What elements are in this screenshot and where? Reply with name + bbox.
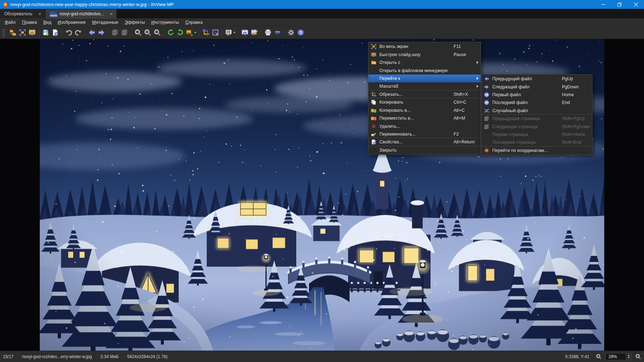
toolbar-separator	[284, 29, 285, 37]
menu-item-shortcut: Home	[562, 92, 574, 97]
toolbar-button-view[interactable]	[27, 28, 37, 38]
zoom-stepper[interactable]	[626, 353, 631, 360]
dropdown-caret-icon	[194, 32, 196, 33]
menu-item-open-file-manager[interactable]: Открыть в файловом менеджере	[368, 66, 481, 74]
close-button[interactable]	[628, 0, 644, 9]
print-icon	[264, 29, 272, 36]
toolbar-separator	[261, 29, 261, 37]
toolbar-button-browser[interactable]	[8, 28, 18, 38]
svg-text:i: i	[56, 32, 56, 36]
statusbar-zoom-out-button[interactable]	[596, 353, 602, 360]
menu-item-rename[interactable]: Переименовать... F2	[368, 130, 481, 138]
submenu-item-next-file[interactable]: Следующий файл PgDown	[481, 83, 592, 90]
svg-text:?: ?	[299, 31, 302, 35]
toolbar-button-save[interactable]	[41, 28, 50, 38]
settings-icon	[287, 29, 295, 36]
toolbar-button-resize[interactable]	[211, 28, 220, 38]
menu-item-slideshow[interactable]: Быстрое слайд-шоу Pause	[368, 50, 481, 58]
menu-item-move-to[interactable]: Переместить в... Alt+M	[368, 114, 481, 122]
menubar-item-help[interactable]: Справка	[182, 19, 206, 26]
submenu-item-next-page[interactable]: Следующая страница Shift+PgDown	[481, 122, 592, 130]
tab-image-label: novyi-god-rozhdestvo...	[60, 11, 104, 16]
toolbar-button-convert[interactable]	[185, 28, 197, 38]
menu-item-copy[interactable]: Копировать Ctrl+C	[368, 98, 481, 106]
toolbar-button-fullscreen[interactable]	[18, 28, 27, 38]
toolbar-separator	[164, 29, 164, 37]
toolbar-separator	[238, 29, 238, 37]
toolbar-button-prev-page[interactable]	[110, 28, 120, 38]
tab-close-icon[interactable]: ×	[109, 11, 114, 17]
menu-item-shortcut: Shift+PgUp	[562, 116, 585, 121]
copy-icon	[370, 99, 377, 105]
tab-image[interactable]: novyi-god-rozhdestvo... ×	[45, 9, 117, 18]
scan-icon	[274, 29, 281, 36]
svg-text:i: i	[374, 142, 375, 144]
save-icon	[42, 29, 49, 36]
arrow-left-icon	[483, 76, 490, 82]
toolbar-button-redo[interactable]	[74, 28, 83, 38]
menu-item-copy-to[interactable]: Копировать в... Alt+C	[368, 106, 481, 114]
menu-item-goto[interactable]: Перейти к	[368, 75, 481, 82]
toolbar-button-scan[interactable]	[273, 28, 282, 38]
menubar-item-tools[interactable]: Инструменты	[148, 19, 182, 26]
fullscreen-icon	[370, 44, 377, 49]
toolbar-button-settings[interactable]	[286, 28, 296, 38]
toolbar-button-zoom-out[interactable]	[133, 28, 143, 38]
submenu-item-first-file[interactable]: Первый файл Home	[481, 91, 592, 99]
next-icon	[98, 29, 105, 36]
draw-icon	[251, 29, 258, 36]
menu-item-shortcut: Pause	[454, 52, 466, 57]
toolbar-button-rotate-right[interactable]	[175, 28, 185, 38]
tab-close-icon[interactable]: ×	[37, 11, 42, 17]
menu-item-close[interactable]: Закрыть	[368, 146, 481, 154]
toolbar-button-next[interactable]	[97, 28, 106, 38]
menu-item-shortcut: PgDown	[562, 84, 579, 89]
toolbar-button-draw[interactable]	[250, 28, 259, 38]
status-bar: 15/17 novyi-god-rozhdes...erry-winter-w.…	[0, 351, 644, 362]
menubar-item-view[interactable]: Вид	[40, 19, 55, 26]
menu-item-crop[interactable]: Обрезать... Shift+X	[368, 90, 481, 98]
zoom-spinner[interactable]: 28%	[605, 353, 632, 360]
statusbar-zoom-in-button[interactable]	[635, 353, 641, 360]
menubar-item-metadata[interactable]: Метаданные	[89, 19, 121, 26]
toolbar-button-next-page[interactable]	[120, 28, 129, 38]
submenu-item-last-page[interactable]: Последняя страница Shift+End	[481, 138, 592, 146]
toolbar-grip-handle[interactable]	[2, 28, 5, 37]
tab-browser[interactable]: Обозреватель ×	[0, 9, 45, 18]
toolbar-button-previous[interactable]	[87, 28, 97, 38]
toolbar-button-print[interactable]	[263, 28, 273, 38]
tab-bar: Обозреватель × novyi-god-rozhdestvo... ×	[0, 9, 644, 18]
minimize-button[interactable]	[595, 0, 611, 9]
menu-item-zoom[interactable]: Масштаб	[368, 82, 481, 90]
capture-icon	[241, 29, 249, 36]
toolbar-button-zoom-fit[interactable]	[143, 28, 152, 38]
image-dimensions: 5824x3264x24 (1.78)	[127, 354, 167, 359]
menubar-item-effects[interactable]: Эффекты	[121, 19, 148, 26]
toolbar-button-rotate-left[interactable]	[166, 28, 175, 38]
menu-item-fullscreen[interactable]: Во весь экран F11	[368, 43, 481, 50]
menubar-item-file[interactable]: Файл	[1, 19, 19, 26]
menu-item-open-with[interactable]: Открыть с	[368, 59, 481, 66]
toolbar-button-zoom-in[interactable]	[152, 28, 162, 38]
toolbar-button-undo[interactable]	[64, 28, 74, 38]
submenu-item-goto-coords[interactable]: Перейти по координатам...	[481, 147, 592, 154]
toolbar-button-help[interactable]: ?	[296, 28, 305, 38]
restore-button[interactable]	[611, 0, 628, 9]
menu-item-shortcut: F11	[454, 44, 461, 49]
xnview-window: novyi-god-rozhdestvo-new-year-happy-chri…	[0, 0, 644, 362]
page-next-icon	[483, 124, 490, 130]
submenu-item-first-page[interactable]: Первая страница Shift+Home	[481, 131, 592, 138]
toolbar-button-crop[interactable]	[201, 28, 211, 38]
submenu-item-last-file[interactable]: Последний файл End	[481, 99, 592, 106]
toolbar-button-capture[interactable]	[240, 28, 250, 38]
toolbar-button-adjust[interactable]	[224, 28, 236, 38]
menubar-item-image[interactable]: Изображение	[55, 19, 89, 26]
menu-item-properties[interactable]: i Свойства... Alt+Return	[368, 138, 481, 146]
submenu-item-random-file[interactable]: Случайный файл	[481, 107, 592, 115]
submenu-item-prev-file[interactable]: Предыдущий файл PgUp	[481, 75, 592, 83]
menu-item-shortcut: Shift+X	[454, 92, 468, 97]
menu-item-delete[interactable]: Удалить...	[368, 122, 481, 130]
menubar-item-edit[interactable]: Правка	[19, 19, 40, 26]
submenu-item-prev-page[interactable]: Предыдущая страница Shift+PgUp	[481, 115, 592, 122]
toolbar-button-info[interactable]: i	[50, 28, 60, 38]
